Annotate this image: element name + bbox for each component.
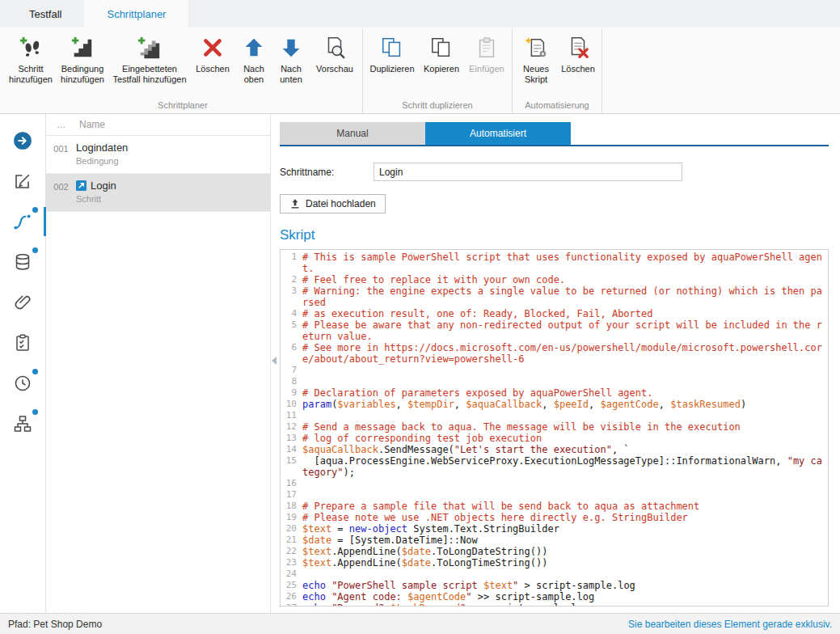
steps-list-panel: ... Name 001 Logindaten Bedingung 002 Lo… [46, 114, 271, 613]
preview-button[interactable]: Vorschau [310, 29, 360, 98]
panel-splitter[interactable] [271, 114, 278, 613]
step-title-text: Login [91, 180, 116, 192]
skript-heading: Skript [280, 227, 829, 243]
duplicate-label: Duplizieren [369, 64, 414, 74]
ribbon-group-buttons: Duplizieren Kopieren Einfügen [365, 29, 509, 98]
ribbon-group-buttons: Schritt hinzufügen Bedingung hinzufügen … [6, 29, 360, 98]
preview-magnifier-icon [323, 35, 347, 61]
add-step-label: Schritt hinzufügen [6, 64, 56, 85]
code-line: 20$text = new-object System.Text.StringB… [281, 523, 828, 535]
status-lock-message: Sie bearbeiten dieses Element gerade exk… [628, 619, 832, 630]
code-line: 13# log of corresponding test job execut… [281, 433, 828, 444]
code-line: 7 [281, 365, 828, 376]
database-icon[interactable] [11, 250, 35, 274]
step-planner-icon[interactable] [11, 209, 35, 234]
app-window: Testfall Schrittplaner Schritt hinzufüge… [0, 0, 840, 634]
code-line: 8 [281, 376, 828, 387]
schrittname-input[interactable] [374, 163, 682, 181]
code-line: 10param($variables, $tempDir, $aquaCallb… [281, 399, 828, 410]
step-row-main: Login Schritt [76, 180, 270, 204]
copy-button[interactable]: Kopieren [419, 29, 464, 98]
code-line: 5# Please be aware that any non-redirect… [281, 319, 828, 342]
code-line: 4# as execution result, one of: Ready, B… [281, 308, 828, 319]
left-icon-sidebar [0, 114, 46, 613]
edit-icon[interactable] [11, 169, 35, 193]
attachments-paperclip-icon[interactable] [11, 290, 35, 315]
add-embedded-testcase-button[interactable]: Eingebetteten Testfall hinzufügen [109, 29, 190, 98]
code-line: 12# Send a message back to aqua. The mes… [281, 421, 828, 433]
code-line: 17 [281, 489, 828, 501]
column-header-dots[interactable]: ... [46, 119, 76, 130]
code-line: 24 [281, 568, 828, 580]
delete-script-button[interactable]: Löschen [557, 29, 599, 98]
duplicate-button[interactable]: Duplizieren [365, 29, 419, 98]
ribbon-group-schrittplaner: Schritt hinzufügen Bedingung hinzufügen … [3, 29, 363, 113]
step-subtitle: Schritt [76, 194, 270, 204]
tab-manual[interactable]: Manual [280, 122, 425, 145]
delete-script-label: Löschen [561, 64, 595, 74]
code-line: 25echo "PowerShell sample script $text" … [281, 580, 828, 591]
code-line: 15 [aqua.ProcessEngine.WebServiceProxy.E… [281, 455, 828, 478]
hierarchy-sitemap-icon[interactable] [11, 412, 35, 436]
column-header-name[interactable]: Name [76, 119, 105, 130]
code-line: 3# Warning: the engine expects a single … [281, 285, 828, 308]
delete-step-button[interactable]: Löschen [190, 29, 235, 98]
arrow-up-icon [242, 35, 266, 61]
paste-button[interactable]: Einfügen [464, 29, 509, 98]
add-embedded-testcase-label: Eingebetteten Testfall hinzufügen [109, 64, 190, 85]
stairs-add-icon [70, 35, 95, 61]
code-lines: 1# This is sample PowerShell script that… [281, 251, 828, 607]
copy-label: Kopieren [424, 64, 459, 74]
add-step-button[interactable]: Schritt hinzufügen [6, 29, 56, 98]
step-title: Login [76, 180, 270, 192]
ribbon-group-buttons: Neues Skript Löschen [515, 29, 599, 98]
delete-script-icon [566, 35, 590, 61]
code-line: 18# Prepare a sample file that will be s… [281, 501, 828, 512]
step-number: 001 [46, 142, 76, 166]
code-line: 11 [281, 410, 828, 421]
new-script-label: Neues Skript [515, 64, 557, 85]
step-number: 002 [46, 180, 76, 204]
code-line: 27echo "Resumed? $taskResumed" >> script… [281, 602, 828, 607]
paste-label: Einfügen [469, 64, 504, 74]
code-line: 1# This is sample PowerShell script that… [281, 251, 828, 274]
paste-clipboard-icon [475, 35, 499, 61]
upload-file-label: Datei hochladen [306, 198, 376, 209]
upload-file-button[interactable]: Datei hochladen [280, 194, 386, 213]
upload-icon [289, 198, 301, 209]
move-up-label: Nach oben [235, 64, 272, 85]
move-down-button[interactable]: Nach unten [272, 29, 310, 98]
document-tabbar: Testfall Schrittplaner [0, 0, 840, 27]
embedded-stairs-add-icon [136, 35, 163, 61]
step-mode-tabs: Manual Automatisiert [280, 122, 829, 145]
code-line: 9# Declaration of parameters exposed by … [281, 387, 828, 399]
step-row-main: Logindaten Bedingung [76, 142, 270, 166]
notification-dot [32, 369, 38, 374]
checklist-icon[interactable] [11, 331, 35, 355]
tab-automatisiert[interactable]: Automatisiert [425, 122, 571, 145]
script-editor[interactable]: 1# This is sample PowerShell script that… [280, 249, 829, 607]
content-area: ... Name 001 Logindaten Bedingung 002 Lo… [0, 114, 840, 613]
step-subtitle: Bedingung [76, 156, 270, 166]
code-line: 23$text.AppendLine($date.ToLongTimeStrin… [281, 557, 828, 568]
status-bar: Pfad: Pet Shop Demo Sie bearbeiten diese… [0, 613, 840, 634]
tab-schrittplaner[interactable]: Schrittplaner [84, 0, 188, 27]
code-line: 21$date = [System.DateTime]::Now [281, 535, 828, 546]
add-condition-button[interactable]: Bedingung hinzufügen [56, 29, 109, 98]
navigate-forward-icon[interactable] [11, 129, 35, 153]
code-line: 19# Please note we use .NET objects here… [281, 512, 828, 523]
ribbon-group-label-duplizieren: Schritt duplizieren [365, 98, 509, 113]
new-script-icon [524, 35, 548, 61]
steps-list-header: ... Name [46, 114, 270, 136]
ribbon-group-label-schrittplaner: Schrittplaner [6, 98, 360, 113]
tab-testfall[interactable]: Testfall [6, 0, 84, 27]
move-up-button[interactable]: Nach oben [235, 29, 272, 98]
step-row-logindaten[interactable]: 001 Logindaten Bedingung [46, 136, 270, 174]
ribbon: Schritt hinzufügen Bedingung hinzufügen … [0, 27, 840, 114]
collapse-panel-icon[interactable] [272, 357, 276, 365]
step-row-login[interactable]: 002 Login Schritt [46, 174, 270, 212]
add-condition-label: Bedingung hinzufügen [56, 64, 109, 85]
automated-step-icon [76, 180, 87, 191]
new-script-button[interactable]: Neues Skript [515, 29, 557, 98]
history-clock-icon[interactable] [11, 371, 35, 395]
